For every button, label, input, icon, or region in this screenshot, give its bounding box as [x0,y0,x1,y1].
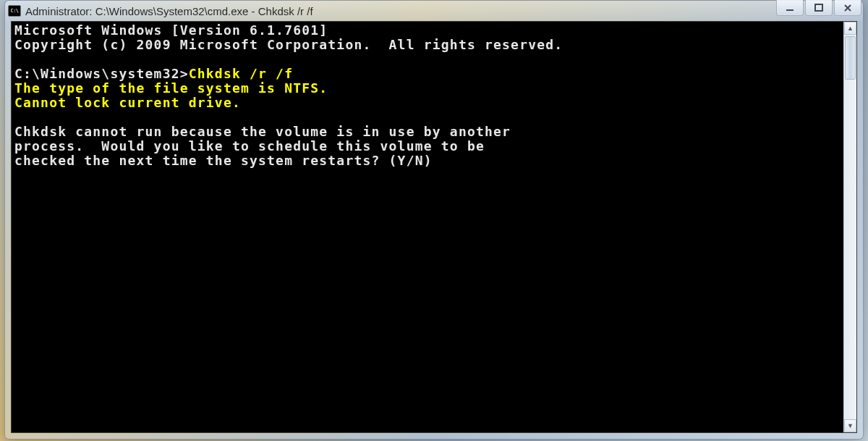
svg-rect-0 [786,9,793,11]
cmd-icon: C:\ [8,5,21,17]
scroll-track[interactable] [844,35,856,419]
fs-type-line: The type of the file system is NTFS. [14,80,328,96]
close-icon [843,4,852,12]
title-bar[interactable]: C:\ Administrator: C:\Windows\System32\c… [5,1,863,21]
scroll-up-button[interactable]: ▲ [844,22,856,35]
scroll-thumb[interactable] [845,36,856,80]
scroll-down-button[interactable]: ▼ [844,419,856,432]
copyright-line: Copyright (c) 2009 Microsoft Corporation… [14,37,563,52]
vertical-scrollbar[interactable]: ▲ ▼ [843,22,856,432]
maximize-button[interactable] [805,0,833,16]
message-line-3: checked the next time the system restart… [14,153,433,168]
minimize-icon [786,4,794,12]
terminal-output[interactable]: Microsoft Windows [Version 6.1.7601] Cop… [12,22,843,432]
prompt-text: C:\Windows\system32> [14,66,189,81]
svg-rect-1 [815,4,822,11]
command-text: Chkdsk /r /f [189,66,293,81]
chevron-down-icon: ▼ [847,422,854,429]
os-version-line: Microsoft Windows [Version 6.1.7601] [14,22,328,38]
maximize-icon [814,4,823,12]
client-area: Microsoft Windows [Version 6.1.7601] Cop… [11,21,857,433]
cmd-window: C:\ Administrator: C:\Windows\System32\c… [4,0,864,440]
window-controls [776,0,861,16]
lock-error-line: Cannot lock current drive. [14,95,241,110]
message-line-1: Chkdsk cannot run because the volume is … [14,124,511,139]
minimize-button[interactable] [776,0,804,16]
message-line-2: process. Would you like to schedule this… [14,138,485,154]
close-button[interactable] [834,0,861,16]
window-title: Administrator: C:\Windows\System32\cmd.e… [25,5,860,17]
chevron-up-icon: ▲ [847,25,854,32]
